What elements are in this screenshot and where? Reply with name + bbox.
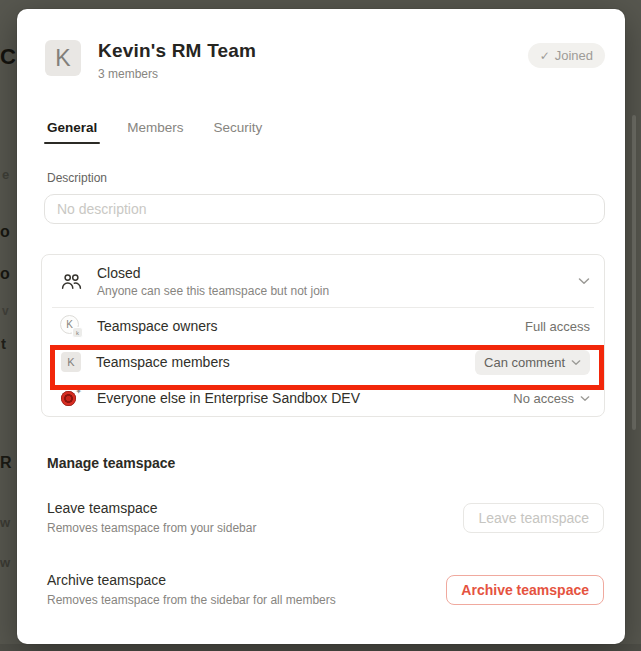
member-count: 3 members [98,67,528,81]
teamspace-title: Kevin's RM Team [98,40,528,62]
chevron-down-icon [571,359,581,366]
description-label: Description [47,171,605,185]
permission-row-label: Teamspace members [96,354,475,370]
manage-teamspace-heading: Manage teamspace [47,455,605,471]
teamspace-avatar[interactable]: K [45,40,81,76]
backdrop-text-fragment: R [0,455,12,471]
archive-teamspace-subtitle: Removes teamspace from the sidebar for a… [47,593,446,607]
permission-row-label: Everyone else in Enterprise Sandbox DEV [97,390,513,406]
joined-badge[interactable]: ✓ Joined [528,43,605,68]
permission-row-label: Teamspace owners [97,318,525,334]
access-level-title: Closed [97,265,578,281]
everyone-access-level: No access [513,391,574,406]
backdrop-bottom-strip [0,644,641,651]
chevron-down-icon [580,395,590,402]
access-level-text: Closed Anyone can see this teamspace but… [97,265,578,298]
header-text-block: Kevin's RM Team 3 members [98,40,528,81]
permission-row-members[interactable]: K Teamspace members Can comment [42,344,604,380]
joined-badge-label: Joined [555,48,593,63]
archive-teamspace-text: Archive teamspace Removes teamspace from… [47,572,446,607]
leave-teamspace-title: Leave teamspace [47,500,463,516]
background-scrollbar-sliver [632,115,636,430]
chevron-down-icon [578,277,590,285]
access-level-subtitle: Anyone can see this teamspace but not jo… [97,284,578,298]
owners-access-level: Full access [525,319,590,334]
backdrop-text-fragment: t [1,336,6,351]
leave-teamspace-text: Leave teamspace Removes teamspace from y… [47,500,463,535]
people-icon [60,273,82,290]
permissions-card: Closed Anyone can see this teamspace but… [41,254,605,417]
backdrop-text-fragment: e [2,168,9,181]
everyone-access-dropdown[interactable]: No access [513,391,590,406]
archive-teamspace-row: Archive teamspace Removes teamspace from… [47,572,605,607]
backdrop-text-fragment: C [0,46,16,68]
teamspace-settings-dialog: K Kevin's RM Team 3 members ✓ Joined Gen… [17,9,625,644]
leave-teamspace-row: Leave teamspace Removes teamspace from y… [47,500,605,535]
tab-members[interactable]: Members [127,120,183,144]
dialog-header: K Kevin's RM Team 3 members ✓ Joined [41,40,605,81]
backdrop-text-fragment: o [0,266,10,282]
description-input[interactable] [44,194,605,224]
members-access-dropdown[interactable]: Can comment [475,350,590,375]
members-avatar: K [61,352,81,372]
settings-tabs: General Members Security [47,120,605,144]
backdrop-text-fragment: v [2,305,9,317]
leave-teamspace-subtitle: Removes teamspace from your sidebar [47,521,463,535]
backdrop-text-fragment: o [0,224,10,240]
check-icon: ✓ [540,49,550,63]
workspace-logo-icon: ✦ [60,387,82,409]
access-level-selector[interactable]: Closed Anyone can see this teamspace but… [42,255,604,307]
backdrop-text-fragment: w [0,556,10,569]
tab-security[interactable]: Security [214,120,263,144]
archive-teamspace-button[interactable]: Archive teamspace [446,575,604,605]
archive-teamspace-title: Archive teamspace [47,572,446,588]
permission-row-everyone-else[interactable]: ✦ Everyone else in Enterprise Sandbox DE… [42,380,604,416]
owners-avatar: K k [60,315,82,337]
leave-teamspace-button[interactable]: Leave teamspace [463,503,604,533]
tab-general[interactable]: General [47,120,97,144]
backdrop-text-fragment: w [0,516,10,529]
permission-row-owners[interactable]: K k Teamspace owners Full access [42,308,604,344]
members-access-level: Can comment [484,355,565,370]
